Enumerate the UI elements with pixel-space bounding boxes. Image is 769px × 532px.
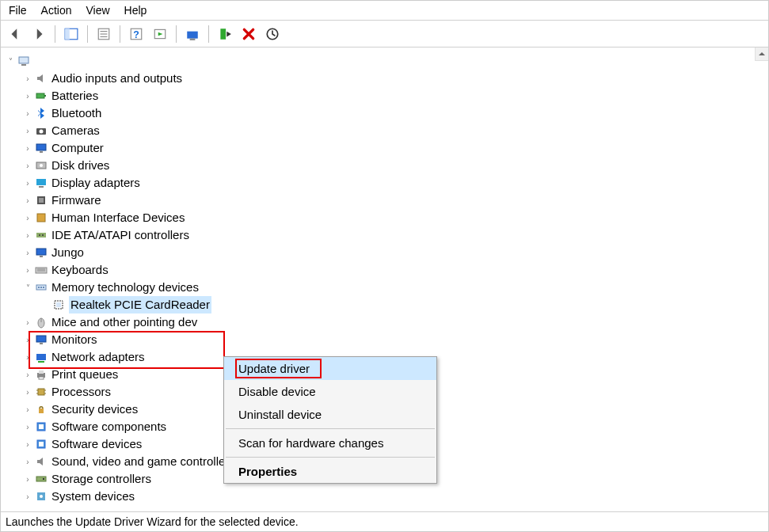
- tree-category[interactable]: › Mice and other pointing dev: [6, 314, 768, 331]
- svg-point-29: [39, 234, 40, 236]
- expander-icon[interactable]: ›: [23, 247, 32, 259]
- expander-icon[interactable]: ›: [23, 264, 32, 276]
- security-icon: [34, 402, 48, 416]
- camera-icon: [34, 124, 48, 138]
- tree-category[interactable]: ˅ Memory technology devices: [6, 279, 768, 296]
- toolbar: ?: [1, 21, 768, 48]
- update-driver-button[interactable]: [183, 25, 202, 44]
- tree-category[interactable]: › Display adapters: [6, 174, 768, 192]
- back-button[interactable]: [6, 25, 25, 44]
- menu-file[interactable]: File: [9, 4, 27, 17]
- tree-category[interactable]: › Keyboards: [6, 261, 768, 279]
- tree-category[interactable]: › Cameras: [6, 122, 768, 139]
- expander-icon[interactable]: ›: [23, 195, 32, 207]
- context-menu-item[interactable]: Properties: [224, 460, 436, 483]
- expander-icon[interactable]: ˅: [23, 282, 32, 294]
- expander-icon[interactable]: ›: [23, 108, 32, 120]
- uninstall-device-button[interactable]: [239, 25, 258, 44]
- tree-item-label: Jungo: [51, 244, 84, 262]
- expander-icon[interactable]: ›: [23, 386, 32, 398]
- context-menu-item[interactable]: Update driver: [224, 357, 436, 380]
- bluetooth-icon: [34, 106, 48, 120]
- tree-category[interactable]: › Monitors: [6, 331, 768, 348]
- properties-button[interactable]: [94, 25, 113, 44]
- enable-device-button[interactable]: [215, 25, 234, 44]
- action-button[interactable]: [150, 25, 169, 44]
- svg-rect-60: [36, 477, 46, 481]
- monitor-icon: [34, 141, 48, 155]
- menu-help[interactable]: Help: [124, 4, 147, 17]
- software-icon: [34, 437, 48, 451]
- scroll-up-button[interactable]: [755, 48, 768, 61]
- svg-rect-24: [39, 186, 44, 188]
- expander-icon[interactable]: ›: [23, 421, 32, 433]
- software-icon: [34, 420, 48, 434]
- tree-item-label: Bluetooth: [51, 104, 101, 123]
- tree-category[interactable]: › Bluetooth: [6, 104, 768, 122]
- expander-icon[interactable]: ›: [23, 439, 32, 450]
- context-menu-item[interactable]: Disable device: [224, 380, 436, 403]
- expander-icon[interactable]: ›: [23, 73, 32, 85]
- tree-root[interactable]: ˅: [6, 52, 768, 70]
- svg-rect-55: [39, 408, 44, 413]
- tree-category[interactable]: › Batteries: [6, 87, 768, 104]
- expander-icon[interactable]: ›: [23, 404, 32, 416]
- menu-view[interactable]: View: [86, 4, 109, 17]
- tree-item-label: Cameras: [51, 122, 100, 140]
- tree-item-label: Mice and other pointing dev: [51, 314, 197, 332]
- monitor-icon: [34, 332, 48, 347]
- tree-item-label: Software components: [51, 418, 166, 436]
- expander-icon[interactable]: ›: [23, 317, 32, 329]
- forward-button[interactable]: [29, 25, 48, 44]
- tree-category[interactable]: › Human Interface Devices: [6, 209, 768, 226]
- svg-rect-37: [38, 287, 40, 288]
- context-menu-item[interactable]: Scan for hardware changes: [224, 431, 436, 454]
- expander-icon[interactable]: ›: [23, 90, 32, 102]
- tree-item-label: Keyboards: [51, 261, 108, 279]
- expander-icon[interactable]: ›: [23, 334, 32, 346]
- tree-category[interactable]: › Firmware: [6, 192, 768, 209]
- scan-hardware-button[interactable]: [263, 25, 282, 44]
- expander-icon[interactable]: ›: [23, 491, 32, 503]
- context-menu-item[interactable]: Uninstall device: [224, 403, 436, 426]
- expander-icon[interactable]: ›: [23, 160, 32, 172]
- svg-rect-19: [36, 144, 46, 150]
- tree-category[interactable]: › IDE ATA/ATAPI controllers: [6, 226, 768, 244]
- expander-icon[interactable]: ›: [23, 230, 32, 241]
- svg-rect-27: [37, 214, 45, 222]
- svg-rect-15: [36, 93, 44, 98]
- show-hide-tree-button[interactable]: [62, 25, 81, 44]
- context-menu: Update driverDisable deviceUninstall dev…: [223, 356, 437, 484]
- expander-icon[interactable]: ›: [23, 142, 32, 154]
- speaker-icon: [34, 454, 48, 469]
- expander-icon[interactable]: ˅: [6, 55, 15, 67]
- svg-rect-10: [190, 38, 196, 40]
- tree-item-label: Realtek PCIE CardReader: [69, 296, 211, 314]
- tree-item-label: Print queues: [51, 366, 118, 384]
- expander-icon[interactable]: ›: [23, 177, 32, 189]
- expander-icon[interactable]: ›: [23, 456, 32, 468]
- svg-rect-39: [43, 287, 44, 288]
- menu-action[interactable]: Action: [41, 4, 72, 17]
- cpu-icon: [34, 385, 48, 399]
- tree-item-label: Human Interface Devices: [51, 209, 185, 227]
- expander-icon[interactable]: ›: [23, 369, 32, 381]
- svg-rect-41: [56, 302, 61, 307]
- memory-icon: [34, 280, 48, 294]
- device-tree-pane: ˅ › Audio inputs and outputs› Batteries›…: [1, 48, 768, 515]
- expander-icon[interactable]: ›: [23, 212, 32, 224]
- expander-icon[interactable]: ›: [23, 125, 32, 137]
- svg-rect-14: [21, 64, 26, 66]
- tree-category[interactable]: › System devices: [6, 488, 768, 505]
- expander-icon[interactable]: ›: [23, 352, 32, 363]
- tree-category[interactable]: › Computer: [6, 139, 768, 157]
- tree-device[interactable]: Realtek PCIE CardReader: [6, 296, 768, 314]
- expander-icon[interactable]: ›: [23, 473, 32, 485]
- ide-icon: [34, 228, 48, 242]
- tree-category[interactable]: › Jungo: [6, 244, 768, 261]
- tree-category[interactable]: › Audio inputs and outputs: [6, 70, 768, 87]
- svg-rect-44: [36, 336, 46, 342]
- tree-category[interactable]: › Disk drives: [6, 157, 768, 174]
- display-icon: [34, 176, 48, 190]
- help-button[interactable]: ?: [127, 25, 146, 44]
